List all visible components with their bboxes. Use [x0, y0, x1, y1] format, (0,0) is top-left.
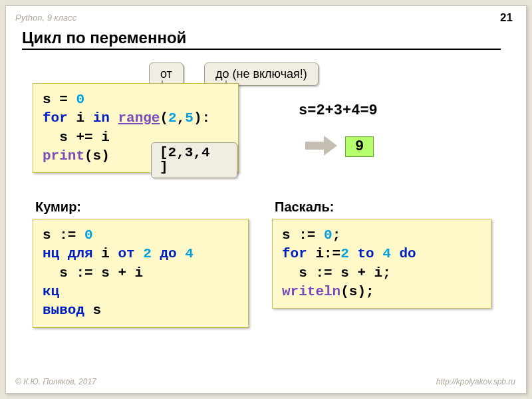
equation-text: s=2+3+4=9	[299, 102, 378, 119]
tok: s := 0 нц для i от 2 до 4 s := s + i кц …	[43, 227, 194, 318]
code-kumir: s := 0 нц для i от 2 до 4 s := s + i кц …	[33, 219, 249, 328]
callout-to: до (не включая!)	[204, 63, 319, 86]
code-pascal: s := 0; for i:=2 to 4 do s := s + i; wri…	[272, 219, 491, 309]
label-kumir: Кумир:	[35, 200, 81, 215]
result-box: 9	[345, 136, 374, 157]
footer-url: http://kpolyakov.spb.ru	[436, 377, 515, 386]
slide: Python, 9 класс 21 Цикл по переменной от…	[5, 5, 527, 394]
tok: s := 0; for i:=2 to 4 do s := s + i; wri…	[282, 227, 416, 299]
context-text: Python, 9 класс	[15, 13, 76, 23]
callout-list: [2,3,4 ]	[151, 142, 237, 178]
page-title: Цикл по переменной	[22, 29, 501, 50]
footer-copyright: © К.Ю. Поляков, 2017	[15, 377, 96, 386]
label-pascal: Паскаль:	[275, 200, 334, 215]
callout-from: от	[149, 63, 184, 86]
arrow-icon	[305, 136, 338, 156]
page-number: 21	[500, 11, 513, 25]
